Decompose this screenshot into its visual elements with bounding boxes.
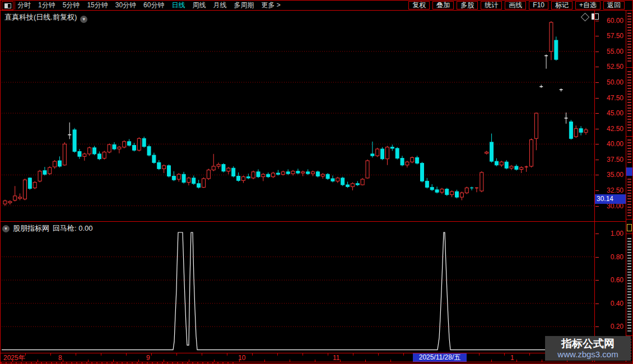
toolbar-button-画线[interactable]: 画线 (505, 1, 526, 10)
axis-tick-mark (595, 326, 599, 327)
strip-divider (626, 219, 632, 220)
axis-tick-mark (595, 280, 599, 281)
xaxis-label: 9 (146, 354, 150, 362)
axis-tick-label: 40.00 (595, 140, 623, 148)
xaxis-label: 8 (58, 354, 62, 362)
period-tab-周线[interactable]: 周线 (192, 1, 206, 10)
toolbar-button-返回[interactable]: 返回 (603, 1, 625, 10)
period-tab-月线[interactable]: 月线 (213, 1, 226, 10)
watermark-url: www.zbgs3.com (557, 349, 618, 359)
period-tab-30分钟[interactable]: 30分钟 (115, 1, 136, 10)
toolbar-separator (15, 1, 15, 10)
strip-vertical-text (627, 71, 631, 133)
axis-tick-label: 57.50 (595, 32, 623, 40)
xaxis-label: 2025年 (3, 354, 25, 362)
axis-tick-label: 47.50 (595, 94, 623, 102)
period-tab-15分钟[interactable]: 15分钟 (87, 1, 108, 10)
axis-tick-mark (595, 257, 599, 258)
chart-title-text: 直真科技(日线.前复权) (4, 13, 77, 21)
period-tab-1分钟[interactable]: 1分钟 (38, 1, 55, 10)
axis-tick-label: 0.20 (595, 323, 623, 330)
cursor-price-badge: 30.14 (595, 194, 627, 204)
axis-tick-label: 60.00 (595, 17, 623, 25)
axis-tick-label: 55.00 (595, 48, 623, 55)
candlestick-chart-canvas[interactable] (1, 11, 594, 221)
strip-divider (626, 136, 632, 137)
strip-divider (626, 67, 632, 68)
layout-split-icon[interactable] (2, 1, 13, 10)
chevron-down-icon[interactable]: ▼ (2, 225, 10, 232)
strip-vertical-text (627, 139, 631, 165)
toolbar-button-复权[interactable]: 复权 (408, 1, 430, 10)
period-tab-多周期[interactable]: 多周期 (234, 1, 254, 10)
indicator-chart-canvas[interactable] (1, 222, 594, 353)
chart-title: 直真科技(日线.前复权)▼ (4, 12, 87, 23)
axis-tick-mark (595, 234, 599, 234)
axis-tick-mark (595, 52, 599, 52)
axis-tick-label: 37.50 (595, 156, 623, 164)
axis-tick-mark (595, 113, 599, 114)
toolbar-button-+自选[interactable]: +自选 (575, 1, 601, 10)
xaxis-ticks (1, 353, 594, 356)
xaxis-label: 1 (510, 354, 514, 362)
right-tool-strip[interactable] (626, 11, 632, 362)
axis-tick-label: 0.60 (595, 276, 623, 284)
axis-tick-mark (595, 21, 599, 21)
strip-vertical-text (627, 238, 631, 333)
period-tab-60分钟[interactable]: 60分钟 (143, 1, 164, 10)
cursor-date-badge: 2025/11/28/五 (413, 353, 467, 362)
axis-tick-mark (595, 67, 599, 67)
toolbar-button-F10[interactable]: F10 (529, 1, 548, 10)
axis-tick-mark (595, 98, 599, 99)
axis-tick-label: 45.00 (595, 109, 623, 117)
axis-tick-label: 52.50 (595, 63, 623, 71)
toolbar-button-标记[interactable]: 标记 (551, 1, 573, 10)
axis-tick-mark (595, 129, 599, 129)
axis-tick-mark (595, 82, 599, 83)
xaxis-label: 11 (333, 354, 339, 362)
axis-tick-mark (595, 144, 599, 144)
axis-tick-mark (595, 190, 599, 191)
period-tab-5分钟[interactable]: 5分钟 (63, 1, 80, 10)
strip-badge-icon (627, 224, 632, 231)
axis-tick-mark (595, 206, 599, 207)
strip-vertical-text (627, 179, 631, 217)
toolbar-button-多股[interactable]: 多股 (457, 1, 478, 10)
xaxis-label: 10 (238, 354, 245, 362)
indicator-source-label: 股朋指标网 (13, 223, 49, 234)
axis-tick-label: 50.00 (595, 78, 623, 86)
axis-tick-label: 1.00 (595, 230, 623, 237)
axis-tick-label: 42.50 (595, 125, 623, 133)
period-tabs: 分时1分钟5分钟15分钟30分钟60分钟日线周线月线多周期更多 > (17, 1, 281, 10)
axis-tick-label: 0.80 (595, 253, 623, 261)
period-tab-分时[interactable]: 分时 (17, 1, 31, 10)
axis-tick-mark (595, 160, 599, 160)
axis-tick-mark (595, 175, 599, 175)
indicator-value-label: 回马枪: 0.00 (53, 223, 93, 234)
axis-border-line (594, 11, 595, 362)
toolbar-button-统计[interactable]: 统计 (481, 1, 502, 10)
watermark: 指标公式网 www.zbgs3.com (545, 336, 631, 361)
strip-divider (626, 234, 632, 234)
axis-tick-label: 32.50 (595, 186, 623, 194)
toolbar-button-叠加[interactable]: 叠加 (432, 1, 454, 10)
axis-tick-label: 35.00 (595, 171, 623, 179)
chevron-down-icon[interactable]: ▼ (80, 16, 87, 23)
top-toolbar: 分时1分钟5分钟15分钟30分钟60分钟日线周线月线多周期更多 > 复权叠加多股… (1, 1, 632, 11)
period-tab-更多 >[interactable]: 更多 > (261, 1, 280, 10)
strip-vertical-text (627, 13, 631, 63)
indicator-header: ▼ 股朋指标网 回马枪: 0.00 (2, 223, 93, 234)
toolbar-right-buttons: 复权叠加多股统计画线F10标记+自选返回 (408, 1, 625, 10)
axis-tick-mark (595, 36, 599, 36)
watermark-title: 指标公式网 (561, 338, 615, 349)
axis-tick-label: 0.40 (595, 300, 623, 307)
period-tab-日线[interactable]: 日线 (171, 1, 185, 10)
strip-highlight-block (626, 167, 632, 176)
axis-tick-mark (595, 304, 599, 304)
